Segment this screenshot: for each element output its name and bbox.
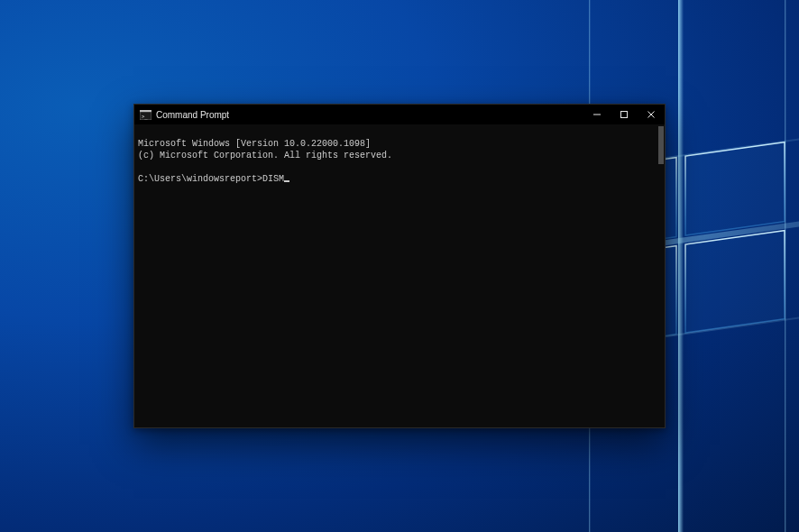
command-prompt-window: >_ Command Prompt Microsoft Windows [Ver… (133, 104, 666, 428)
console-copyright-line: (c) Microsoft Corporation. All rights re… (138, 151, 392, 161)
console-typed-command: DISM (262, 174, 284, 184)
svg-rect-9 (785, 0, 786, 532)
svg-rect-5 (678, 0, 684, 532)
scrollbar-thumb[interactable] (658, 126, 664, 164)
console-version-line: Microsoft Windows [Version 10.0.22000.10… (138, 139, 371, 149)
svg-rect-11 (140, 110, 152, 112)
cmd-icon: >_ (139, 108, 152, 121)
close-button[interactable] (638, 105, 665, 124)
svg-rect-14 (621, 112, 628, 118)
svg-rect-3 (685, 231, 785, 333)
minimize-button[interactable] (583, 105, 611, 124)
console-output[interactable]: Microsoft Windows [Version 10.0.22000.10… (134, 124, 665, 427)
svg-text:>_: >_ (142, 113, 148, 119)
text-cursor (284, 180, 289, 182)
window-title: Command Prompt (156, 110, 229, 120)
maximize-button[interactable] (611, 105, 638, 124)
console-prompt-path: C:\Users\windowsreport> (138, 174, 262, 184)
titlebar[interactable]: >_ Command Prompt (134, 105, 665, 124)
svg-rect-1 (685, 142, 785, 235)
